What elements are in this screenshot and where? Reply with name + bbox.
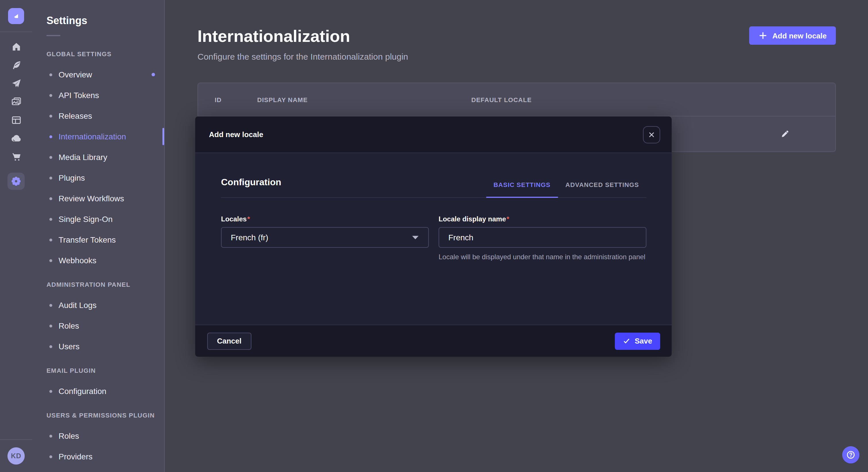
locales-label: Locales*: [221, 215, 429, 223]
app-window: KD Settings GLOBAL SETTINGS Overview: [0, 0, 868, 472]
save-button[interactable]: Save: [615, 332, 660, 349]
display-name-label-text: Locale display name: [439, 215, 506, 223]
locales-label-text: Locales: [221, 215, 247, 223]
display-name-input[interactable]: [439, 227, 646, 248]
modal-footer: Cancel Save: [195, 325, 672, 357]
locales-select[interactable]: French (fr): [221, 227, 429, 248]
close-modal-button[interactable]: [643, 126, 660, 143]
cancel-button[interactable]: Cancel: [207, 332, 251, 349]
chevron-down-icon: [412, 235, 419, 240]
settings-tabs: BASIC SETTINGS ADVANCED SETTINGS: [486, 181, 646, 197]
save-button-label: Save: [634, 337, 652, 345]
modal-header: Add new locale: [195, 116, 672, 153]
configuration-header: Configuration BASIC SETTINGS ADVANCED SE…: [221, 177, 646, 198]
tab-advanced-settings[interactable]: ADVANCED SETTINGS: [558, 181, 646, 197]
form-fields: Locales* French (fr) Locale display name…: [221, 215, 646, 262]
locales-select-value: French (fr): [231, 233, 268, 242]
locales-field: Locales* French (fr): [221, 215, 429, 262]
modal-title: Add new locale: [209, 130, 263, 139]
tab-basic-settings[interactable]: BASIC SETTINGS: [486, 181, 558, 197]
required-asterisk: *: [507, 215, 509, 223]
display-name-label: Locale display name*: [439, 215, 646, 223]
required-asterisk: *: [247, 215, 250, 223]
add-locale-modal: Add new locale Configuration BASIC SETTI…: [195, 116, 672, 357]
close-x-icon: [648, 131, 655, 138]
display-name-hint: Locale will be displayed under that name…: [439, 252, 646, 262]
display-name-field: Locale display name* Locale will be disp…: [439, 215, 646, 262]
modal-body: Configuration BASIC SETTINGS ADVANCED SE…: [195, 153, 672, 325]
check-icon: [623, 337, 630, 345]
configuration-title: Configuration: [221, 177, 281, 197]
